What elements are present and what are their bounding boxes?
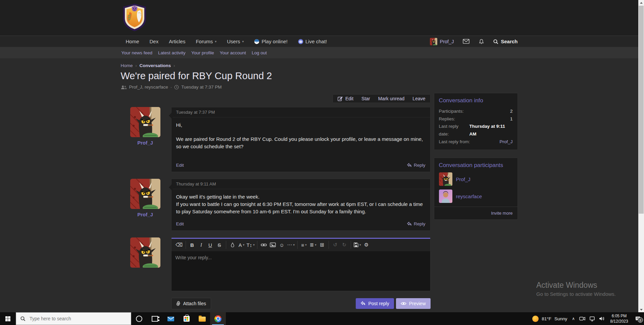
edit-conversation-button[interactable]: Edit [338, 96, 353, 101]
scrollbar-up-arrow[interactable] [638, 0, 644, 5]
subnav-your-profile[interactable]: Your profile [191, 50, 214, 55]
smogon-logo[interactable] [121, 3, 148, 32]
undo-button[interactable]: ↺ [331, 240, 339, 249]
inbox-envelope-icon[interactable] [462, 39, 470, 44]
taskbar-clock[interactable]: 6:05 PM 8/12/2023 [609, 313, 630, 324]
list-icon: ≣ [310, 242, 314, 248]
avatar-prof-j[interactable] [130, 237, 160, 268]
thread-participants: Prof_J, reyscarface [129, 85, 168, 90]
taskbar-weather[interactable]: 81°F Sunny [532, 316, 567, 322]
attach-files-button[interactable]: Attach files [171, 298, 211, 309]
message-edit-link[interactable]: Edit [176, 221, 184, 226]
scrollbar-down-arrow[interactable] [638, 307, 644, 312]
chrome-button[interactable] [210, 312, 226, 325]
insert-image-button[interactable] [269, 240, 277, 249]
conversation-participants-panel: Conversation participants Prof_J reyscar… [434, 158, 518, 220]
star-button[interactable]: Star [361, 96, 370, 101]
editor-settings-button[interactable]: ⚙ [362, 240, 370, 249]
message-timestamp[interactable]: Thursday at 9:11 AM [171, 179, 430, 189]
message-edit-link[interactable]: Edit [176, 163, 184, 168]
subnav-log-out[interactable]: Log out [252, 50, 267, 55]
underline-button[interactable]: U [206, 240, 214, 249]
message-timestamp[interactable]: Tuesday at 7:37 PM [171, 107, 430, 117]
page-scrollbar[interactable] [638, 0, 644, 312]
alerts-bell-icon[interactable] [479, 39, 484, 44]
strikethrough-button[interactable]: S [215, 240, 224, 249]
subnav-news-feed[interactable]: Your news feed [121, 50, 153, 55]
file-explorer-button[interactable] [194, 312, 210, 325]
conversation-info-title[interactable]: Conversation info [439, 97, 513, 104]
nav-home[interactable]: Home [126, 39, 139, 44]
nav-live-chat-label: Live chat! [305, 39, 327, 44]
more-options-button[interactable]: ⋯▾ [287, 240, 295, 249]
reply-label: Reply [414, 163, 426, 168]
show-hidden-icons-chevron[interactable]: ∧ [572, 316, 575, 321]
mail-app-button[interactable] [163, 312, 179, 325]
mark-unread-button[interactable]: Mark unread [378, 96, 405, 101]
post-reply-button[interactable]: Post reply [356, 298, 394, 309]
breadcrumb-conversations[interactable]: Conversations [140, 63, 171, 68]
info-row-participants: Participants: 2 [439, 108, 513, 115]
chrome-icon [214, 315, 221, 322]
redo-button[interactable]: ↻ [340, 240, 348, 249]
bold-button[interactable]: B [188, 240, 196, 249]
message-author[interactable]: Prof_J [130, 140, 160, 146]
microsoft-store-button[interactable] [179, 312, 194, 325]
taskbar-search[interactable] [16, 312, 131, 325]
nav-search[interactable]: Search [493, 39, 517, 44]
italic-button[interactable]: I [197, 240, 205, 249]
message-line: Okay well it's getting late in the week. [176, 193, 426, 201]
participants-title[interactable]: Conversation participants [439, 162, 513, 169]
action-center-button[interactable]: 2 [635, 316, 641, 321]
participant-prof-j[interactable]: Prof_J [439, 172, 513, 186]
volume-icon[interactable] [599, 316, 604, 321]
list-button[interactable]: ≣▾ [309, 240, 317, 249]
message-author[interactable]: Prof_J [130, 212, 160, 217]
remove-format-button[interactable]: ⌫ [175, 240, 183, 249]
reply-textbox[interactable]: Write your reply... [171, 251, 430, 291]
alignment-button[interactable]: ≡▾ [300, 240, 308, 249]
nav-user-menu[interactable]: Prof_J [430, 38, 454, 45]
invite-more-link[interactable]: Invite more [491, 211, 512, 216]
subnav-latest-activity[interactable]: Latest activity [158, 50, 186, 55]
taskbar-search-input[interactable] [29, 316, 127, 322]
scrollbar-thumb[interactable] [639, 6, 644, 214]
leave-button[interactable]: Leave [412, 96, 425, 101]
discord-icon [298, 39, 303, 44]
insert-link-button[interactable] [260, 240, 268, 249]
page-title: We're paired for RBY Cup Round 2 [121, 70, 518, 82]
info-value-user-link[interactable]: Prof_J [499, 138, 512, 146]
participant-reyscarface[interactable]: reyscarface [439, 189, 513, 203]
info-row-last-reply-date: Last reply date: Thursday at 9:11 AM [439, 123, 513, 138]
cortana-button[interactable] [131, 312, 147, 325]
nav-play-online[interactable]: Play online! [254, 39, 288, 44]
avatar [439, 172, 452, 186]
nav-forums[interactable]: Forums▾ [196, 39, 216, 44]
drafts-button[interactable]: ▾ [353, 240, 361, 249]
smilies-button[interactable]: ☺ [278, 240, 286, 249]
network-icon[interactable] [590, 316, 595, 321]
showdown-pokeball-icon [254, 39, 259, 44]
chevron-down-icon: ▾ [293, 243, 295, 247]
avatar [439, 189, 452, 203]
font-size-button[interactable]: T↕▾ [247, 240, 255, 249]
nav-live-chat[interactable]: Live chat! [298, 39, 327, 44]
message-reply-link[interactable]: Reply [407, 163, 426, 168]
breadcrumb-home[interactable]: Home [121, 63, 133, 68]
text-color-button[interactable] [229, 240, 237, 249]
meet-now-icon[interactable] [579, 317, 585, 321]
insert-table-button[interactable]: ⊞ [318, 240, 326, 249]
preview-button[interactable]: Preview [396, 298, 431, 309]
avatar-prof-j[interactable] [130, 107, 160, 137]
subnav-your-account[interactable]: Your account [220, 50, 246, 55]
nav-articles[interactable]: Articles [169, 39, 185, 44]
mail-icon [167, 316, 174, 322]
start-button[interactable] [0, 312, 16, 325]
font-family-button[interactable]: A▾ [238, 240, 246, 249]
nav-forums-label: Forums [196, 39, 213, 44]
message-reply-link[interactable]: Reply [407, 221, 426, 226]
avatar-prof-j[interactable] [130, 179, 160, 209]
task-view-button[interactable] [147, 312, 163, 325]
nav-dex[interactable]: Dex [150, 39, 159, 44]
nav-users[interactable]: Users▾ [227, 39, 244, 44]
